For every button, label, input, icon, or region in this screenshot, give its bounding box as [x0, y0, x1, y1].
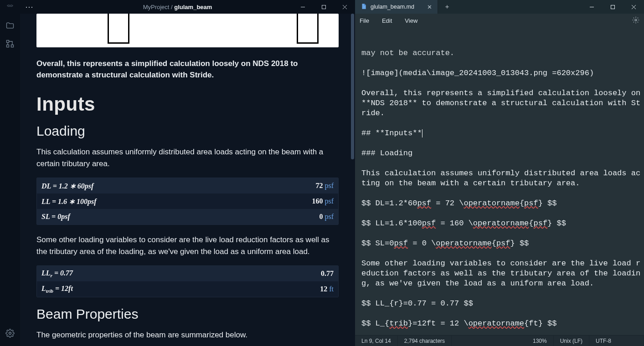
loading-heading: Loading	[36, 123, 339, 139]
editor-menubar: File Edit View	[355, 14, 644, 27]
table-row: Ltrib = 12ft12ft	[37, 281, 338, 297]
svg-rect-4	[7, 41, 9, 43]
editor-line[interactable]: may not be accurate.	[361, 48, 644, 58]
factors-table: LLr = 0.770.77Ltrib = 12ft12ft	[36, 265, 339, 297]
svg-point-7	[9, 332, 11, 335]
maximize-button[interactable]	[313, 0, 334, 14]
preview-titlebar: ⋯ MyProject / glulam_beam	[0, 0, 355, 14]
left-rail	[0, 14, 20, 346]
table-row: SL = 0psf0psf	[37, 209, 338, 224]
svg-rect-9	[611, 5, 614, 9]
editor-line[interactable]	[361, 78, 644, 88]
preview-scrollbar[interactable]	[351, 14, 354, 346]
table-row: LL = 1.6 ∗ 100psf160psf	[37, 193, 338, 209]
preview-window: ⋯ MyProject / glulam_beam Overall, this …	[0, 0, 355, 346]
tree-icon[interactable]	[5, 39, 15, 50]
folder-icon[interactable]	[5, 21, 15, 32]
beam-properties-heading: Beam Properties	[36, 306, 339, 322]
editor-statusbar: Ln 9, Col 14 2,794 characters 130% Unix …	[355, 335, 644, 346]
breadcrumb-project: MyProject /	[143, 4, 175, 10]
editor-tab[interactable]: glulam_beam.md ✕	[355, 0, 438, 14]
loading-description-2: Some other loading variables to consider…	[36, 234, 339, 257]
editor-textarea[interactable]: may not be accurate. ![image](media\imag…	[355, 27, 644, 335]
status-zoom[interactable]: 130%	[526, 336, 554, 346]
editor-line[interactable]	[361, 229, 644, 239]
menu-file[interactable]: File	[360, 17, 369, 24]
settings-icon[interactable]	[5, 329, 15, 340]
editor-line[interactable]: $$ SL=0psf = 0 \operatorname{psf} $$	[361, 239, 644, 249]
inputs-heading: Inputs	[36, 93, 339, 115]
table-row: DL = 1.2 ∗ 60psf72psf	[37, 178, 338, 193]
status-encoding[interactable]: UTF-8	[589, 336, 644, 346]
editor-line[interactable]: ### Loading	[361, 148, 644, 158]
editor-line[interactable]: Some other loading variables to consider…	[361, 259, 644, 289]
editor-line[interactable]	[361, 158, 644, 168]
menu-view[interactable]: View	[405, 17, 417, 24]
svg-rect-5	[11, 45, 14, 47]
new-tab-button[interactable]: ＋	[438, 3, 456, 11]
app-logo-icon	[0, 3, 20, 10]
editor-settings-icon[interactable]	[632, 16, 639, 25]
editor-titlebar: glulam_beam.md ✕ ＋	[355, 0, 644, 14]
editor-line[interactable]	[361, 329, 644, 335]
loading-description: This calculation assumes uniformly distr…	[36, 146, 339, 169]
intro-paragraph: Overall, this represents a simplified ca…	[36, 58, 339, 81]
status-position[interactable]: Ln 9, Col 14	[355, 336, 398, 346]
loads-table: DL = 1.2 ∗ 60psf72psfLL = 1.6 ∗ 100psf16…	[36, 178, 339, 225]
beam-properties-description: The geometric properties of the beam are…	[36, 329, 339, 341]
status-eol[interactable]: Unix (LF)	[554, 336, 589, 346]
editor-line[interactable]: $$ LL_{r}=0.77 = 0.77 $$	[361, 299, 644, 309]
editor-line[interactable]: Overall, this represents a simplified ca…	[361, 88, 644, 118]
editor-line[interactable]: ![image](media\image_20241003_013043.png…	[361, 68, 644, 78]
table-row: LLr = 0.770.77	[37, 266, 338, 281]
editor-line[interactable]: $$ L_{trib}=12ft = 12 \operatorname{ft} …	[361, 319, 644, 329]
tab-label: glulam_beam.md	[371, 4, 414, 10]
minimize-button[interactable]	[292, 0, 313, 14]
breadcrumb-file: glulam_beam	[174, 4, 212, 10]
svg-rect-1	[322, 5, 325, 9]
document-icon	[361, 3, 367, 11]
editor-line[interactable]	[361, 309, 644, 319]
svg-rect-6	[7, 45, 9, 47]
editor-line[interactable]	[361, 249, 644, 259]
editor-line[interactable]	[361, 138, 644, 148]
editor-line[interactable]: $$ DL=1.2*60psf = 72 \operatorname{psf} …	[361, 198, 644, 209]
svg-point-12	[635, 19, 637, 21]
editor-line[interactable]	[361, 118, 644, 128]
editor-close-button[interactable]	[623, 0, 644, 14]
editor-line[interactable]	[361, 188, 644, 198]
editor-line[interactable]	[361, 58, 644, 68]
editor-maximize-button[interactable]	[602, 0, 623, 14]
preview-content[interactable]: Overall, this represents a simplified ca…	[20, 14, 355, 346]
editor-line[interactable]: $$ LL=1.6*100psf = 160 \operatorname{psf…	[361, 219, 644, 229]
editor-line[interactable]: ## **Inputs**	[361, 128, 644, 138]
status-charcount[interactable]: 2,794 characters	[398, 336, 452, 346]
menu-edit[interactable]: Edit	[382, 17, 392, 24]
editor-line[interactable]	[361, 209, 644, 219]
editor-line[interactable]	[361, 289, 644, 299]
editor-window: glulam_beam.md ✕ ＋ File Edit View may no…	[355, 0, 644, 346]
tab-close-icon[interactable]: ✕	[427, 4, 432, 10]
close-button[interactable]	[334, 0, 355, 14]
editor-line[interactable]: This calculation assumes uniformly distr…	[361, 168, 644, 188]
editor-minimize-button[interactable]	[581, 0, 602, 14]
beam-image	[36, 14, 339, 47]
menu-dots-icon[interactable]: ⋯	[20, 5, 38, 9]
